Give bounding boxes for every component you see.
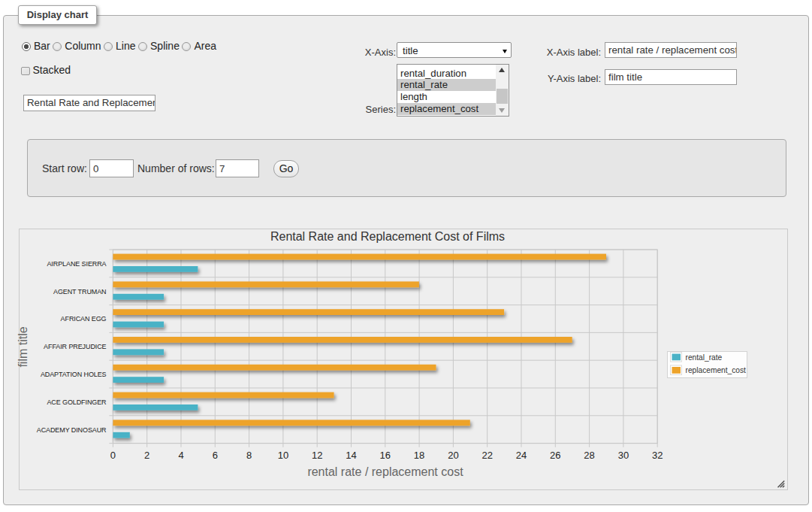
svg-text:6: 6: [213, 450, 218, 461]
svg-text:28: 28: [584, 450, 594, 461]
svg-text:ACADEMY DINOSAUR: ACADEMY DINOSAUR: [37, 426, 107, 434]
svg-text:12: 12: [312, 450, 322, 461]
svg-text:22: 22: [481, 450, 492, 461]
svg-text:Rental Rate and Replacement Co: Rental Rate and Replacement Cost of Film…: [270, 230, 505, 243]
svg-text:replacement_cost: replacement_cost: [686, 366, 747, 374]
svg-text:AFRICAN EGG: AFRICAN EGG: [61, 315, 107, 323]
svg-text:30: 30: [618, 450, 629, 461]
svg-text:AGENT TRUMAN: AGENT TRUMAN: [53, 288, 106, 295]
svg-text:24: 24: [516, 450, 527, 461]
svg-text:20: 20: [448, 450, 458, 461]
svg-text:16: 16: [380, 450, 391, 461]
svg-text:10: 10: [278, 450, 288, 461]
svg-text:AIRPLANE SIERRA: AIRPLANE SIERRA: [47, 260, 106, 268]
svg-text:32: 32: [652, 450, 663, 461]
svg-text:2: 2: [144, 450, 149, 461]
svg-text:rental rate / replacement cost: rental rate / replacement cost: [307, 465, 463, 478]
svg-text:18: 18: [414, 450, 424, 461]
svg-text:ADAPTATION HOLES: ADAPTATION HOLES: [41, 371, 107, 378]
svg-text:AFFAIR PREJUDICE: AFFAIR PREJUDICE: [44, 343, 107, 350]
svg-text:26: 26: [550, 450, 560, 461]
svg-text:ACE GOLDFINGER: ACE GOLDFINGER: [47, 398, 107, 406]
svg-text:film title: film title: [17, 326, 29, 367]
svg-text:8: 8: [246, 450, 252, 461]
svg-text:14: 14: [346, 450, 356, 461]
svg-text:0: 0: [110, 450, 116, 461]
svg-text:4: 4: [178, 450, 183, 461]
svg-text:rental_rate: rental_rate: [686, 353, 723, 362]
